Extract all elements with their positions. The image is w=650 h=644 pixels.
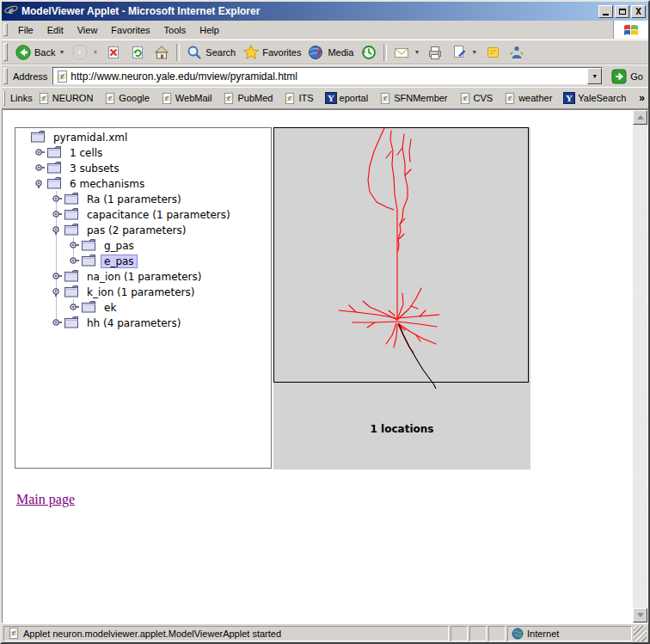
tree-node-label[interactable]: hh (4 parameters) — [83, 316, 184, 330]
tree-node-label[interactable]: k_ion (1 parameters) — [83, 285, 198, 299]
edit-dropdown-icon[interactable]: ▼ — [471, 49, 477, 55]
address-dropdown-button[interactable]: ▼ — [587, 68, 602, 84]
link-item-weather[interactable]: eweather — [504, 92, 552, 105]
menu-item-file[interactable]: File — [11, 23, 40, 37]
link-item-eportal[interactable]: Yeportal — [325, 92, 369, 104]
forward-dropdown-icon[interactable]: ▼ — [92, 49, 98, 55]
windows-logo-icon — [622, 22, 641, 38]
link-item-sfnmember[interactable]: eSFNMember — [379, 92, 447, 105]
tree-node-e-pas[interactable]: e_pas — [15, 254, 271, 269]
link-item-yalesearch[interactable]: YYaleSearch — [563, 92, 626, 104]
collapse-handle-icon[interactable] — [52, 286, 62, 299]
expand-handle-icon[interactable] — [69, 302, 79, 315]
ie-window-icon: e — [4, 3, 18, 20]
home-button[interactable] — [150, 43, 174, 62]
toolbar-grip[interactable] — [3, 23, 8, 36]
tree-node-label[interactable]: pyramidal.xml — [50, 131, 131, 144]
favorites-button[interactable]: Favorites — [239, 43, 304, 62]
tree-node-label[interactable]: g_pas — [101, 239, 138, 253]
close-icon: X — [635, 7, 641, 16]
media-button[interactable]: Media — [304, 43, 357, 62]
stop-button[interactable] — [101, 43, 126, 62]
tree-node-k-ion-1-parameters[interactable]: k_ion (1 parameters) — [15, 285, 271, 300]
main-page-link[interactable]: Main page — [16, 492, 75, 507]
menu-item-help[interactable]: Help — [193, 23, 226, 37]
link-item-cvs[interactable]: eCVS — [459, 92, 494, 105]
minimize-button[interactable] — [598, 5, 613, 18]
expand-handle-icon[interactable] — [52, 193, 62, 206]
collapse-handle-icon[interactable] — [52, 224, 62, 237]
links-overflow-chevron[interactable]: » — [637, 92, 647, 104]
favorites-icon — [242, 44, 260, 61]
maximize-button[interactable] — [615, 5, 629, 18]
tree-node-label[interactable]: capacitance (1 parameters) — [83, 208, 234, 222]
tree-node-label[interactable]: na_ion (1 parameters) — [83, 270, 205, 284]
tree-node-label[interactable]: pas (2 parameters) — [83, 224, 189, 237]
link-item-its[interactable]: eITS — [284, 92, 313, 105]
tree-node-label[interactable]: Ra (1 parameters) — [83, 193, 185, 206]
toolbar-grip[interactable] — [3, 90, 5, 106]
address-input[interactable] — [69, 70, 587, 83]
tree-node-6-mechanisms[interactable]: 6 mechanisms — [15, 176, 271, 192]
expand-handle-icon[interactable] — [69, 240, 79, 253]
link-item-pubmed[interactable]: ePubMed — [223, 92, 273, 105]
collapse-handle-icon[interactable] — [34, 178, 45, 191]
tree-node-capacitance-1-parameters[interactable]: capacitance (1 parameters) — [15, 207, 271, 223]
menu-item-view[interactable]: View — [71, 23, 105, 37]
messenger-button[interactable] — [505, 43, 529, 62]
expand-handle-icon[interactable] — [52, 271, 62, 284]
menu-item-tools[interactable]: Tools — [157, 23, 193, 37]
tree-node-hh-4-parameters[interactable]: hh (4 parameters) — [15, 316, 271, 331]
scroll-up-button[interactable] — [633, 110, 647, 125]
tree-node-label[interactable]: 1 cells — [66, 146, 106, 160]
resize-grip[interactable] — [634, 626, 647, 641]
history-button[interactable] — [357, 43, 381, 62]
link-item-google[interactable]: eGoogle — [104, 92, 149, 105]
tree-node-label[interactable]: 6 mechanisms — [66, 177, 148, 191]
discuss-button[interactable] — [481, 43, 505, 62]
tree-node-na-ion-1-parameters[interactable]: na_ion (1 parameters) — [15, 269, 271, 285]
toolbar-grip[interactable] — [3, 68, 8, 84]
expand-handle-icon[interactable] — [52, 209, 62, 222]
toolbar-grip[interactable] — [3, 43, 8, 61]
internet-globe-icon — [512, 628, 524, 640]
back-dropdown-icon[interactable]: ▼ — [58, 49, 64, 55]
search-button[interactable]: Search — [182, 43, 239, 62]
expand-handle-icon[interactable] — [69, 255, 79, 268]
menu-item-favorites[interactable]: Favorites — [104, 23, 156, 37]
tree-node-label[interactable]: ek — [101, 301, 120, 315]
edit-button[interactable]: ▼ — [447, 43, 481, 62]
back-label: Back — [34, 47, 55, 58]
mail-button[interactable]: ▼ — [389, 43, 423, 62]
tree-node-label[interactable]: e_pas — [101, 255, 138, 268]
link-item-webmail[interactable]: eWebMail — [161, 92, 212, 105]
tree-node-ra-1-parameters[interactable]: Ra (1 parameters) — [15, 192, 271, 207]
link-item-neuron[interactable]: eNEURON — [38, 92, 94, 105]
toolbar-separator — [383, 44, 387, 61]
tree-node-3-subsets[interactable]: 3 subsets — [15, 161, 271, 176]
mail-dropdown-icon[interactable]: ▼ — [414, 49, 420, 55]
links-label: Links — [9, 93, 38, 103]
forward-button[interactable]: ▼ — [68, 43, 101, 62]
go-button[interactable]: Go — [608, 68, 648, 85]
expand-handle-icon[interactable] — [34, 163, 45, 175]
folder-icon — [47, 146, 62, 161]
tree-node-ek[interactable]: ek — [15, 300, 271, 316]
favorites-label: Favorites — [262, 47, 301, 58]
tree-node-1-cells[interactable]: 1 cells — [15, 145, 271, 161]
refresh-button[interactable] — [126, 43, 150, 62]
expand-handle-icon[interactable] — [34, 147, 45, 160]
vertical-scrollbar[interactable] — [633, 110, 647, 623]
tree-node-pas-2-parameters[interactable]: pas (2 parameters) — [15, 223, 271, 238]
back-button[interactable]: Back▼ — [11, 43, 68, 62]
tree-node-g-pas[interactable]: g_pas — [15, 238, 271, 254]
expand-handle-icon[interactable] — [52, 317, 62, 330]
link-label: SFNMember — [394, 93, 447, 103]
close-button[interactable]: X — [631, 5, 646, 18]
print-button[interactable] — [423, 43, 447, 62]
menu-item-edit[interactable]: Edit — [40, 23, 71, 37]
shape-viewer-panel[interactable]: 1 locations — [273, 127, 530, 469]
tree-node-label[interactable]: 3 subsets — [66, 162, 123, 175]
tree-node-pyramidal-xml[interactable]: pyramidal.xml — [15, 130, 271, 145]
scroll-down-button[interactable] — [633, 608, 647, 623]
